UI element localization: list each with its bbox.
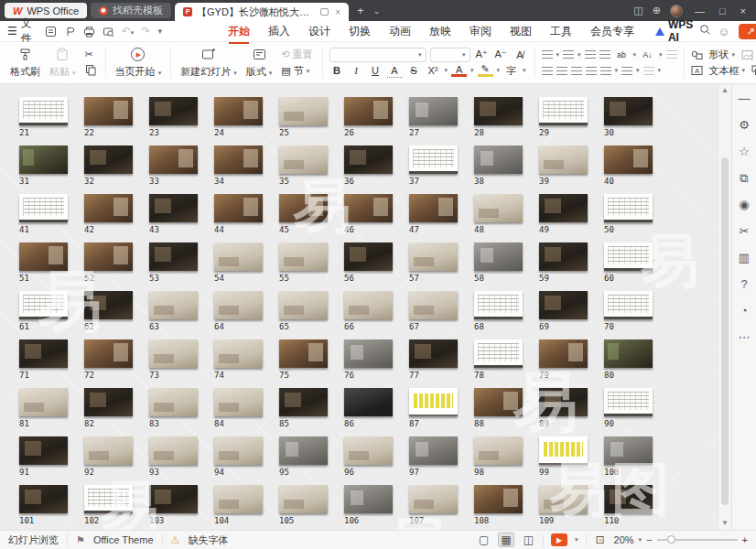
highlight-color-button[interactable]: ✎ <box>478 65 493 77</box>
slide-thumbnail[interactable] <box>19 242 68 271</box>
slide-thumbnail[interactable] <box>214 291 263 319</box>
slide-thumbnail[interactable] <box>539 97 588 125</box>
slide-thumbnail[interactable] <box>84 291 133 319</box>
underline-button[interactable]: U <box>368 63 383 78</box>
menu-tab-放映[interactable]: 放映 <box>421 22 459 41</box>
copy-button[interactable] <box>82 63 99 79</box>
convert-smartart-icon[interactable] <box>666 50 677 59</box>
slide-thumbnail[interactable] <box>214 485 263 513</box>
slide-thumbnail[interactable] <box>604 242 653 271</box>
slide-thumbnail[interactable] <box>344 145 393 174</box>
template-store-icon[interactable]: ◔ <box>740 304 748 318</box>
font-size-combo[interactable]: ▾ <box>430 48 470 62</box>
slide-thumbnail[interactable] <box>149 388 198 416</box>
pages-panel-icon[interactable]: ⧉ <box>740 171 748 185</box>
slide-thumbnail[interactable] <box>604 388 653 416</box>
close-tab-icon[interactable]: × <box>335 7 340 17</box>
line-spacing-icon[interactable] <box>621 67 632 75</box>
align-center-icon[interactable] <box>556 67 567 75</box>
increase-font-icon[interactable]: A⁺ <box>474 48 490 62</box>
slide-thumbnail[interactable] <box>474 194 523 222</box>
justify-icon[interactable] <box>586 67 597 75</box>
slide-thumbnail[interactable] <box>84 436 133 465</box>
menu-tab-工具[interactable]: 工具 <box>542 22 580 41</box>
slide-thumbnail[interactable] <box>19 339 68 368</box>
search-icon[interactable] <box>699 24 711 38</box>
menu-tab-审阅[interactable]: 审阅 <box>461 22 500 41</box>
zoom-slider[interactable] <box>657 539 738 541</box>
slide-sorter-view-button[interactable]: ▦ <box>498 533 513 547</box>
split-window-icon[interactable]: ◫ <box>633 5 643 16</box>
new-slide-button[interactable]: 新建幻灯片 ▾ <box>176 45 242 81</box>
slide-thumbnail[interactable] <box>279 436 328 465</box>
slide-thumbnail[interactable] <box>604 485 653 513</box>
slide-thumbnail[interactable] <box>409 485 458 513</box>
menu-tab-开始[interactable]: 开始 <box>220 22 258 41</box>
slide-thumbnail[interactable] <box>149 485 198 513</box>
slide-thumbnail[interactable] <box>214 97 263 125</box>
smart-tools-icon[interactable]: ✂ <box>740 224 750 238</box>
comment-icon[interactable] <box>320 8 329 16</box>
italic-button[interactable]: I <box>349 63 364 78</box>
slide-thumbnail[interactable] <box>539 339 588 368</box>
bullet-list-icon[interactable] <box>542 50 553 59</box>
menu-tab-切换[interactable]: 切换 <box>340 22 379 41</box>
redo-icon[interactable]: ↷ <box>141 25 150 38</box>
slide-thumbnail[interactable] <box>19 485 68 513</box>
slide-thumbnail[interactable] <box>409 339 458 368</box>
slide-thumbnail[interactable] <box>19 145 68 174</box>
slide-thumbnail[interactable] <box>409 388 458 416</box>
slide-thumbnail[interactable] <box>474 339 523 368</box>
slide-thumbnail[interactable] <box>149 242 198 271</box>
slide-thumbnail[interactable] <box>474 97 523 125</box>
slide-thumbnail[interactable] <box>539 291 588 319</box>
bold-button[interactable]: B <box>329 63 345 78</box>
rotate-text-button[interactable]: A↓ <box>640 48 655 62</box>
globe-icon[interactable]: ⊕ <box>653 5 661 16</box>
play-options-icon[interactable]: ▾ <box>575 536 578 544</box>
slide-thumbnail[interactable] <box>279 145 328 174</box>
save-icon[interactable] <box>45 26 57 38</box>
slide-thumbnail[interactable] <box>539 485 588 513</box>
export-pdf-icon[interactable] <box>64 26 76 38</box>
slide-thumbnail[interactable] <box>84 145 133 174</box>
tab-presentation-document[interactable]: P 【GYD】长沙微柏悦大观酒店 × <box>175 3 349 21</box>
decrease-font-icon[interactable]: A⁻ <box>493 48 509 62</box>
font-color-button[interactable]: A <box>451 65 467 77</box>
zoom-slider-knob[interactable] <box>667 535 675 544</box>
reading-view-button[interactable]: ◫ <box>522 533 535 546</box>
stamp-seal-icon[interactable]: ◉ <box>739 198 749 211</box>
slide-thumbnail[interactable] <box>214 145 263 174</box>
slide-thumbnail[interactable] <box>409 242 458 271</box>
shapes-button[interactable]: 形状 ▾ <box>707 47 739 62</box>
menu-tab-动画[interactable]: 动画 <box>381 22 419 41</box>
slide-thumbnail[interactable] <box>344 436 393 465</box>
distribute-icon[interactable] <box>600 67 611 75</box>
scroll-up-icon[interactable]: ▲ <box>718 85 731 96</box>
slide-thumbnail[interactable] <box>214 194 263 222</box>
slide-thumbnail[interactable] <box>344 97 393 125</box>
scrollbar-thumb[interactable] <box>721 157 729 505</box>
print-icon[interactable] <box>83 26 95 38</box>
slide-thumbnail[interactable] <box>19 194 68 222</box>
slide-thumbnail[interactable] <box>149 194 198 222</box>
slide-thumbnail[interactable] <box>474 436 523 465</box>
slide-thumbnail[interactable] <box>279 485 328 513</box>
slide-thumbnail[interactable] <box>409 194 458 222</box>
slide-thumbnail[interactable] <box>539 388 588 416</box>
slide-thumbnail[interactable] <box>604 97 653 125</box>
slide-thumbnail[interactable] <box>279 194 328 222</box>
align-right-icon[interactable] <box>571 67 582 75</box>
user-avatar[interactable] <box>670 5 683 17</box>
slide-thumbnail[interactable] <box>149 436 198 465</box>
slide-thumbnail[interactable] <box>279 291 328 319</box>
close-window-button[interactable]: × <box>738 5 749 16</box>
text-effects-button[interactable]: 字 <box>503 63 519 78</box>
zoom-in-button[interactable]: + <box>742 534 748 545</box>
slide-thumbnail[interactable] <box>344 485 393 513</box>
menu-tab-设计[interactable]: 设计 <box>300 22 339 41</box>
menu-tab-视图[interactable]: 视图 <box>502 22 540 41</box>
slide-thumbnail[interactable] <box>214 436 263 465</box>
normal-view-button[interactable]: ▢ <box>477 533 491 546</box>
superscript-button[interactable]: X² <box>426 63 441 78</box>
